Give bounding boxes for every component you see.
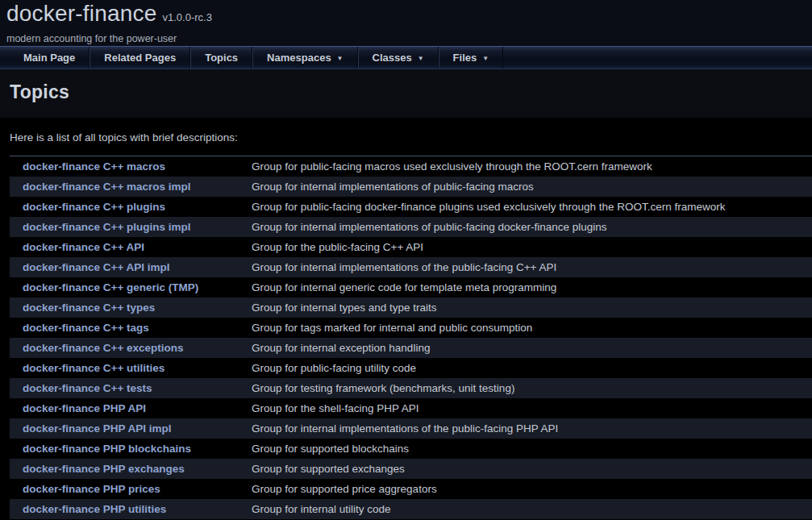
nav-tab-label: Namespaces <box>267 52 331 64</box>
topic-description: Group for public-facing utility code <box>251 358 812 378</box>
topic-description: Group for internal implementations of pu… <box>251 217 812 237</box>
table-row: docker-finance C++ exceptions Group for … <box>10 338 812 358</box>
topic-description: Group for supported blockchains <box>251 439 812 459</box>
table-row: docker-finance C++ plugins impl Group fo… <box>10 217 812 237</box>
topic-description: Group for internal implementations of pu… <box>251 177 812 197</box>
topic-link[interactable]: docker-finance PHP API impl <box>23 422 172 435</box>
contents: Here is a list of all topics with brief … <box>0 118 812 519</box>
table-row: docker-finance C++ generic (TMP) Group f… <box>10 277 812 297</box>
topic-link[interactable]: docker-finance C++ macros <box>23 160 165 173</box>
table-row: docker-finance C++ tags Group for tags m… <box>10 318 812 338</box>
topic-link[interactable]: docker-finance C++ macros impl <box>23 181 191 193</box>
project-name: docker-finance <box>6 1 156 26</box>
table-row: docker-finance C++ macros Group for publ… <box>10 156 812 177</box>
topic-description: Group for internal exception handling <box>251 338 812 358</box>
topic-description: Group for the shell-facing PHP API <box>251 398 812 418</box>
table-row: docker-finance PHP API impl Group for in… <box>10 418 812 439</box>
nav-tab[interactable]: Classes ▼ <box>358 47 439 69</box>
nav-tab[interactable]: Files ▼ <box>439 47 504 69</box>
topic-link[interactable]: docker-finance C++ utilities <box>23 362 164 374</box>
nav-tab-label: Main Page <box>23 52 75 64</box>
topic-link[interactable]: docker-finance C++ generic (TMP) <box>23 281 198 293</box>
page-header: Topics <box>0 69 812 118</box>
page-title: Topics <box>10 81 812 103</box>
topic-description: Group for public-facing macros used excl… <box>251 156 812 177</box>
table-row: docker-finance C++ plugins Group for pub… <box>10 197 812 217</box>
title-area: docker-financev1.0.0-rc.3 modern account… <box>0 0 812 46</box>
intro-text: Here is a list of all topics with brief … <box>0 118 812 156</box>
nav-tab[interactable]: Topics <box>190 47 252 69</box>
table-row: docker-finance C++ macros impl Group for… <box>10 177 812 197</box>
topic-description: Group for internal utility code <box>251 499 812 519</box>
table-row: docker-finance PHP prices Group for supp… <box>10 479 812 499</box>
nav-tab-label: Related Pages <box>104 52 176 64</box>
nav-tab-label: Topics <box>205 52 238 64</box>
topic-description: Group for internal generic code for temp… <box>251 277 812 297</box>
nav-tab-label: Classes <box>373 52 412 64</box>
topic-link[interactable]: docker-finance C++ exceptions <box>23 342 184 354</box>
table-row: docker-finance C++ API impl Group for in… <box>10 257 812 277</box>
table-row: docker-finance C++ utilities Group for p… <box>10 358 812 378</box>
topic-link[interactable]: docker-finance C++ tests <box>23 382 152 394</box>
topic-description: Group for supported exchanges <box>251 459 812 479</box>
chevron-down-icon: ▼ <box>418 55 424 62</box>
nav-tab-label: Files <box>453 52 477 64</box>
main-nav: Main Page Related Pages Topics Namespace… <box>0 46 812 69</box>
table-row: docker-finance C++ tests Group for testi… <box>10 378 812 398</box>
topic-description: Group for supported price aggregators <box>251 479 812 499</box>
topic-description: Group for public-facing docker-finance p… <box>251 197 812 217</box>
topic-link[interactable]: docker-finance C++ types <box>23 302 155 314</box>
topic-link[interactable]: docker-finance PHP prices <box>23 483 160 495</box>
topic-link[interactable]: docker-finance PHP API <box>23 402 146 414</box>
table-row: docker-finance PHP blockchains Group for… <box>10 439 812 459</box>
topic-link[interactable]: docker-finance C++ API impl <box>23 261 170 273</box>
table-row: docker-finance PHP utilities Group for i… <box>10 499 812 519</box>
topic-description: Group for internal types and type traits <box>251 297 812 318</box>
topic-link[interactable]: docker-finance C++ plugins impl <box>23 221 191 233</box>
table-row: docker-finance C++ API Group for the pub… <box>10 237 812 257</box>
chevron-down-icon: ▼ <box>482 55 489 62</box>
topics-table: docker-finance C++ macros Group for publ… <box>10 156 812 519</box>
nav-tab[interactable]: Namespaces ▼ <box>252 47 357 69</box>
chevron-down-icon: ▼ <box>337 55 344 62</box>
table-row: docker-finance PHP API Group for the she… <box>10 398 812 418</box>
topic-link[interactable]: docker-finance PHP blockchains <box>23 443 191 455</box>
topic-description: Group for the public-facing C++ API <box>251 237 812 257</box>
topic-link[interactable]: docker-finance PHP utilities <box>23 503 166 515</box>
topic-description: Group for testing framework (benchmarks,… <box>251 378 812 398</box>
topic-link[interactable]: docker-finance C++ plugins <box>23 201 165 213</box>
topic-link[interactable]: docker-finance C++ API <box>23 241 144 253</box>
table-row: docker-finance PHP exchanges Group for s… <box>10 459 812 479</box>
nav-tab[interactable]: Main Page <box>10 47 90 69</box>
topic-description: Group for internal implementations of th… <box>251 418 812 439</box>
topic-description: Group for internal implementations of th… <box>251 257 812 277</box>
nav-tab[interactable]: Related Pages <box>90 47 190 69</box>
topic-link[interactable]: docker-finance C++ tags <box>23 322 149 334</box>
project-version: v1.0.0-rc.3 <box>162 11 211 23</box>
topic-description: Group for tags marked for internal and p… <box>251 318 812 338</box>
table-row: docker-finance C++ types Group for inter… <box>10 297 812 318</box>
project-brief: modern accounting for the power-user <box>6 33 812 44</box>
topic-link[interactable]: docker-finance PHP exchanges <box>23 463 185 475</box>
